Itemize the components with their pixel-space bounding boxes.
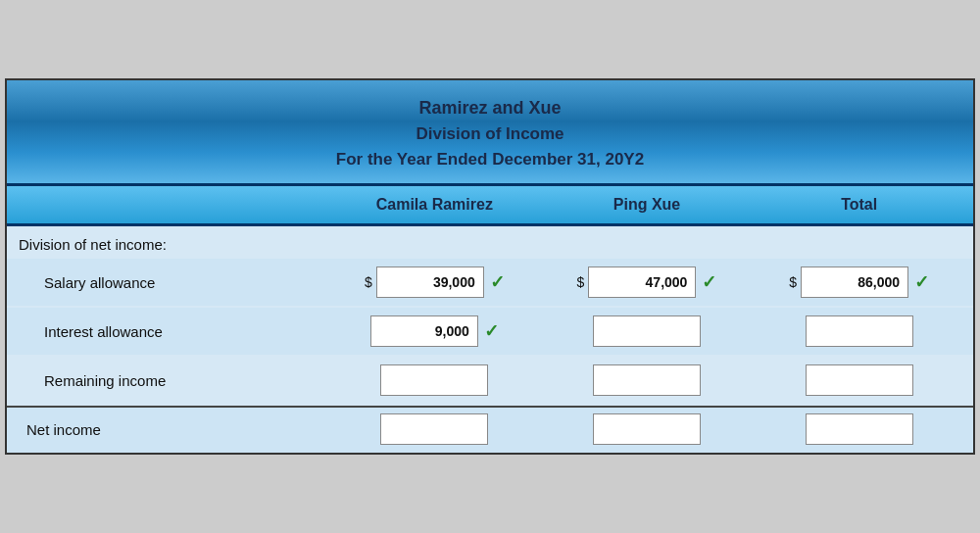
interest-camila-cell: 9,000 ✓ xyxy=(328,315,541,347)
salary-camila-input[interactable]: 39,000 xyxy=(376,266,484,298)
table-row: Remaining income xyxy=(7,357,973,404)
salary-allowance-label: Salary allowance xyxy=(15,274,328,291)
table-row: Salary allowance $ 39,000 ✓ $ 47,000 ✓ $… xyxy=(7,259,973,306)
company-name: Ramirez and Xue xyxy=(17,98,963,119)
check-total-salary: ✓ xyxy=(914,271,929,293)
salary-camila-cell: $ 39,000 ✓ xyxy=(328,266,541,298)
column-headers: Camila Ramirez Ping Xue Total xyxy=(7,186,973,226)
interest-ping-input[interactable] xyxy=(593,315,701,347)
remaining-income-label: Remaining income xyxy=(15,372,328,389)
table-row: Interest allowance 9,000 ✓ xyxy=(7,308,973,355)
remaining-ping-cell xyxy=(541,364,754,396)
col-header-ping: Ping Xue xyxy=(541,196,754,214)
table-body: Division of net income: Salary allowance… xyxy=(7,226,973,453)
net-total-input[interactable] xyxy=(806,413,913,445)
dollar-sign-2: $ xyxy=(577,274,585,290)
remaining-ping-input[interactable] xyxy=(593,364,701,396)
salary-ping-input[interactable]: 47,000 xyxy=(588,266,696,298)
remaining-total-cell xyxy=(753,364,965,396)
col-header-empty xyxy=(15,196,328,214)
remaining-camila-cell xyxy=(328,364,541,396)
salary-total-cell: $ 86,000 ✓ xyxy=(753,266,965,298)
check-camila-salary: ✓ xyxy=(490,271,505,293)
section-label: Division of net income: xyxy=(7,226,973,259)
interest-total-cell xyxy=(753,315,965,347)
remaining-total-input[interactable] xyxy=(806,364,913,396)
check-ping-salary: ✓ xyxy=(702,271,716,293)
net-total-cell xyxy=(753,413,965,445)
check-camila-interest: ✓ xyxy=(484,320,499,342)
net-income-label: Net income xyxy=(15,421,328,438)
interest-total-input[interactable] xyxy=(806,315,913,347)
dollar-sign-1: $ xyxy=(365,274,372,290)
net-ping-cell xyxy=(541,413,754,445)
interest-allowance-label: Interest allowance xyxy=(15,323,328,340)
report-period: For the Year Ended December 31, 20Y2 xyxy=(17,150,963,170)
remaining-camila-input[interactable] xyxy=(380,364,488,396)
col-header-camila: Camila Ramirez xyxy=(328,196,541,214)
report-title: Division of Income xyxy=(17,124,963,144)
net-camila-input[interactable] xyxy=(380,413,488,445)
interest-ping-cell xyxy=(541,315,754,347)
salary-ping-cell: $ 47,000 ✓ xyxy=(541,266,754,298)
net-camila-cell xyxy=(328,413,541,445)
interest-camila-input[interactable]: 9,000 xyxy=(370,315,478,347)
dollar-sign-3: $ xyxy=(789,274,797,290)
main-table: Ramirez and Xue Division of Income For t… xyxy=(5,78,975,455)
col-header-total: Total xyxy=(753,196,965,214)
report-header: Ramirez and Xue Division of Income For t… xyxy=(7,80,973,186)
table-row: Net income xyxy=(7,406,973,453)
net-ping-input[interactable] xyxy=(593,413,701,445)
salary-total-input[interactable]: 86,000 xyxy=(801,266,908,298)
